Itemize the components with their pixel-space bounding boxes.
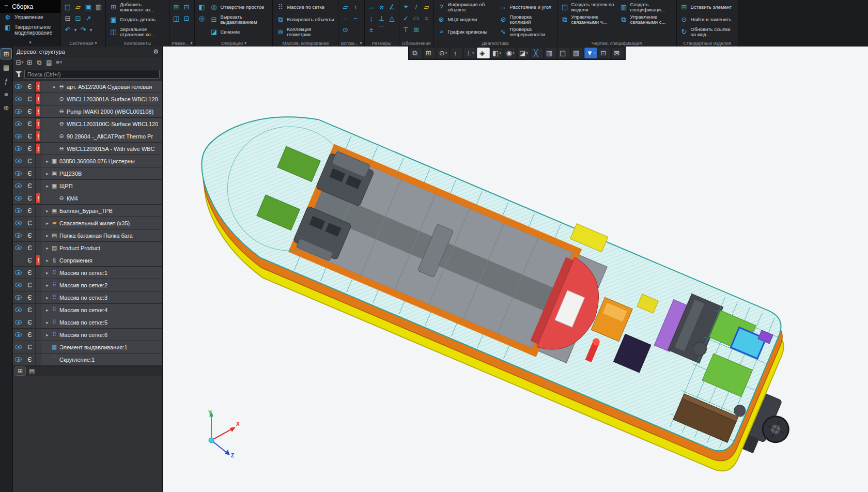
tree-item-label[interactable]: Спасательный жилет (x35) (58, 220, 130, 226)
element-of-icon[interactable]: Є (24, 304, 36, 316)
visibility-cell[interactable] (13, 267, 24, 279)
document-properties-icon[interactable]: ▦ (94, 1, 104, 12)
tree-row[interactable]: Є ! ▸ ▣ ЩРП (13, 180, 162, 192)
open-document-icon[interactable]: ▱ (73, 1, 83, 12)
undo-icon[interactable]: ↶ (63, 24, 73, 35)
expand-arrow-icon[interactable]: ▸ (44, 245, 50, 251)
tree-item-label[interactable]: WBCL1209015A - With valve WBC (66, 146, 155, 152)
visibility-cell[interactable] (13, 291, 24, 303)
section-button[interactable]: ◪ Сечение (208, 26, 271, 38)
create-spec-button[interactable]: ▥ Создать спецификаци... (618, 1, 675, 13)
search-filter-funnel-icon[interactable] (16, 71, 22, 77)
visibility-cell[interactable] (13, 118, 24, 130)
tree-item-label[interactable]: Скругление:1 (58, 357, 95, 363)
element-of-icon[interactable]: Є (24, 93, 36, 105)
rail-fx-icon[interactable]: ƒ (1, 75, 11, 86)
tree-row[interactable]: Є ! ▸ ▦ Элемент выдавливания:1 (13, 341, 162, 353)
expand-arrow-icon[interactable]: ▸ (44, 258, 50, 263)
visibility-cell[interactable] (13, 105, 24, 117)
tree-item-label[interactable]: КМ4 (66, 195, 78, 202)
tree-item-label[interactable]: 90 28604 -_AllCATPart Thermo Pr (66, 133, 153, 140)
orient-up-icon[interactable]: ↑ ▾ (450, 48, 463, 58)
sheet-layout-icon[interactable]: ⊞ ▾ (423, 48, 436, 58)
filter-objects-icon[interactable]: ▼ ▾ (584, 48, 597, 58)
scheme-views-icon[interactable]: ⧉ ▾ (410, 48, 423, 58)
element-of-icon[interactable]: Є (24, 229, 36, 241)
tree-item-label[interactable]: Элемент выдавливания:1 (58, 344, 128, 350)
tree-row[interactable]: Є ! ▸ ▤ Product Product (13, 242, 162, 254)
tree-row[interactable]: Є ! ▸ ⊖ 90 28604 -_AllCATPart Thermo Pr (13, 130, 162, 143)
expand-arrow-icon[interactable]: ▸ (52, 84, 57, 89)
expand-arrow-icon[interactable]: ▸ (44, 295, 50, 300)
chamfer-dimension-icon[interactable]: △ (387, 12, 397, 24)
manage-linked-specs-button[interactable]: ⧉ Управление связанными с... (618, 13, 675, 26)
tree-row[interactable]: Є ! ▸ ⠿ Массив по сетке:3 (13, 291, 162, 304)
tab-layers-icon[interactable]: ▤ (27, 367, 37, 375)
visibility-cell[interactable] (13, 130, 24, 142)
tree-row[interactable]: Є ! ▸ ⊖ КМ4 (13, 192, 162, 205)
tree-relations-icon[interactable]: ⧉ (35, 58, 44, 67)
tree-row[interactable]: Є ! ▸ § Сопряжения (13, 254, 162, 267)
element-of-icon[interactable]: Є (24, 242, 36, 254)
visibility-cell[interactable] (13, 229, 24, 241)
visibility-cell[interactable] (13, 279, 24, 291)
mass-properties-button[interactable]: ⊗ МЦХ модели (436, 13, 497, 26)
copy-objects-button[interactable]: ⧉ Копировать объекты (274, 13, 336, 26)
tree-row[interactable]: Є ! ▸ ⠿ Массив по сетке:6 (13, 329, 162, 341)
expand-arrow-icon[interactable]: ▸ (44, 233, 50, 238)
element-of-icon[interactable]: Є (24, 118, 36, 130)
tree-item-label[interactable]: Сопряжения (58, 257, 92, 264)
clip-section-icon[interactable]: ◪ ▾ (517, 48, 530, 58)
expand-arrow-icon[interactable]: ▸ (44, 320, 50, 325)
angle-dimension-icon[interactable]: ∠ (387, 1, 397, 12)
app-menu-button[interactable]: ≡ Сборка (0, 0, 60, 13)
rail-structure-tree-icon[interactable]: ⊞ (1, 49, 11, 59)
print-icon[interactable]: ⊟ (63, 12, 73, 24)
curvature-graph-button[interactable]: ≈ График кривизны (436, 26, 497, 38)
tree-row[interactable]: Є ! ▸ ▣ РЩ230В (13, 167, 162, 180)
tree-item-label[interactable]: Баллон_Буран_ТРВ (58, 208, 113, 214)
tree-row[interactable]: Є ! ▸ ▰ Спасательный жилет (x35) (13, 217, 162, 229)
preview-icon[interactable]: ⊡ (73, 12, 83, 24)
manage-linked-drawings-button[interactable]: ⧉ Управление связанными ч... (559, 13, 617, 26)
element-of-icon[interactable]: Є (24, 143, 36, 155)
create-part-button[interactable]: ▣ Создать деталь (107, 13, 167, 26)
tab-structure-icon[interactable]: ⊞ (15, 367, 25, 375)
tree-settings-gear-icon[interactable]: ⚙ (153, 48, 159, 55)
tree-item-label[interactable]: WBCL1203100C-Surface WBCL120 (66, 121, 158, 127)
tree-item-label[interactable]: Массив по сетке:4 (58, 307, 107, 313)
leader-icon[interactable]: / (411, 1, 422, 12)
redo-icon[interactable]: ↷ (78, 24, 88, 35)
display-mode-icon[interactable]: ◧ ▾ (490, 48, 503, 58)
extra-close-icon[interactable]: ⊠ ▾ (611, 48, 624, 58)
expand-arrow-icon[interactable]: ▸ (44, 159, 50, 164)
hide-objects-eye-icon[interactable]: ◉ ▾ (504, 48, 517, 58)
visibility-cell[interactable] (13, 217, 24, 229)
visibility-cell[interactable] (13, 180, 24, 192)
tree-copy-icon[interactable]: ▤ (44, 58, 54, 67)
visibility-cell[interactable] (13, 329, 24, 341)
tree-row[interactable]: Є ! ▸ ⠿ Массив по сетке:4 (13, 304, 162, 316)
new-document-icon[interactable]: ▤ (63, 1, 73, 12)
element-of-icon[interactable]: Є (24, 105, 36, 117)
aux-plane-icon[interactable]: ▱ (340, 1, 350, 12)
nav-management[interactable]: ⚙ Управление (0, 13, 60, 23)
tree-row[interactable]: Є ! ▸ ▤ Полка багажная Полка бага (13, 229, 162, 242)
ribbon-collapse-chevron[interactable]: ▾ (0, 40, 60, 47)
frame-notation-icon[interactable]: ▭ (411, 12, 422, 24)
element-of-icon[interactable]: Є (24, 341, 36, 353)
tree-row[interactable]: Є ! ▸ ⠿ Массив по сетке:2 (13, 279, 162, 291)
add-component-button[interactable]: ⊞ Добавить компонент из... (107, 1, 167, 13)
placement-2-icon[interactable]: ⊟ (181, 1, 192, 12)
extrude-operation-icon[interactable]: ◧ (196, 1, 207, 12)
tree-search-input[interactable] (24, 70, 160, 79)
collision-check-button[interactable]: ⊘ Проверка коллизий (498, 13, 555, 26)
expand-arrow-icon[interactable]: ▸ (44, 208, 50, 213)
tree-item-label[interactable]: Массив по сетке:2 (58, 282, 107, 288)
visibility-cell[interactable] (13, 316, 24, 328)
rail-parameters-icon[interactable]: ▤ (1, 62, 11, 72)
tree-item-label[interactable]: Product Product (58, 245, 100, 251)
placement-3-icon[interactable]: ◫ (171, 12, 181, 24)
tree-row[interactable]: Є ! ▸ ⊖ арт. A512/200A Судовая гелевая (13, 81, 162, 93)
revolve-operation-icon[interactable]: ◎ (196, 12, 207, 24)
